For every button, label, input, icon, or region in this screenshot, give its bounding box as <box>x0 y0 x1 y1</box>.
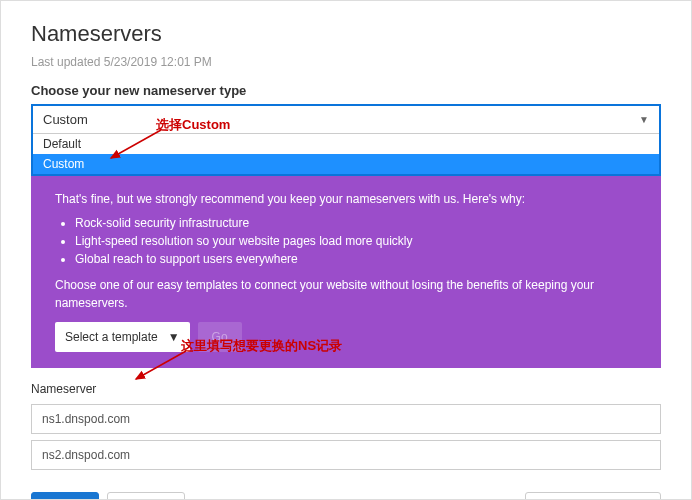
dropdown-arrow-icon: ▼ <box>639 114 649 125</box>
add-nameserver-button[interactable]: Add Nameserver <box>525 492 661 500</box>
go-button[interactable]: Go <box>198 322 242 352</box>
info-intro: That's fine, but we strongly recommend y… <box>55 190 637 208</box>
nameserver-input-2[interactable] <box>31 440 661 470</box>
dropdown-arrow-icon: ▼ <box>168 328 180 346</box>
select-template-dropdown[interactable]: Select a template ▼ <box>55 322 190 352</box>
info-bullet: Light-speed resolution so your website p… <box>75 232 637 250</box>
nameserver-type-label: Choose your new nameserver type <box>31 83 661 98</box>
nameserver-input-1[interactable] <box>31 404 661 434</box>
dropdown-list: Default Custom <box>33 133 659 174</box>
save-button[interactable]: Save <box>31 492 99 500</box>
option-default[interactable]: Default <box>33 134 659 154</box>
info-panel: That's fine, but we strongly recommend y… <box>31 176 661 368</box>
nameserver-type-select[interactable]: Custom ▼ Default Custom <box>31 104 661 176</box>
info-bullet: Rock-solid security infrastructure <box>75 214 637 232</box>
select-current-value: Custom <box>43 112 88 127</box>
last-updated: Last updated 5/23/2019 12:01 PM <box>31 55 661 69</box>
info-bullet: Global reach to support users everywhere <box>75 250 637 268</box>
page-title: Nameservers <box>31 21 661 47</box>
option-custom[interactable]: Custom <box>33 154 659 174</box>
cancel-button[interactable]: Cancel <box>107 492 185 500</box>
nameserver-label: Nameserver <box>31 382 661 396</box>
info-choose: Choose one of our easy templates to conn… <box>55 276 637 312</box>
